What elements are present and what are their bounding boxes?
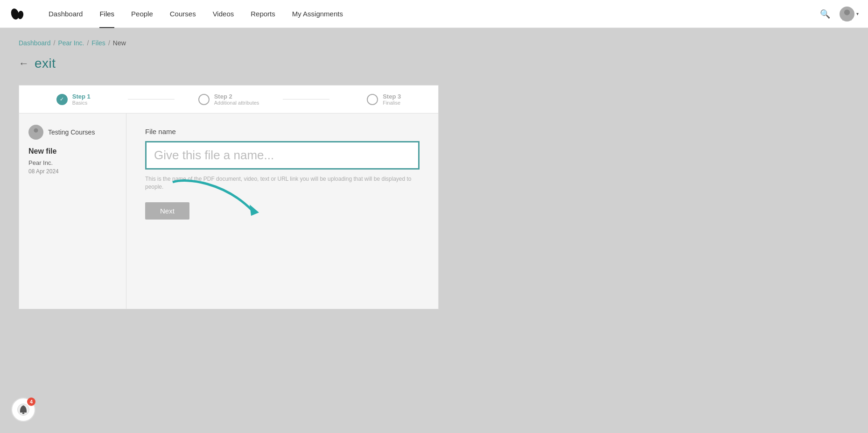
breadcrumb-sep-3: / [108,39,110,47]
nav-item-my-assignments[interactable]: My Assignments [284,0,351,28]
breadcrumb-current: New [113,39,126,47]
step-divider-1 [128,99,175,99]
nav-item-people[interactable]: People [123,0,161,28]
svg-rect-8 [22,412,25,414]
nav-item-courses[interactable]: Courses [161,0,204,28]
app-logo[interactable] [9,6,26,22]
step-2-name: Step 2 [214,93,259,100]
content-area: Testing Courses New file Pear Inc. 08 Ap… [19,113,439,309]
svg-point-2 [844,9,850,15]
svg-point-4 [34,128,38,133]
file-name-hint: This is the name of the PDF document, vi… [145,175,420,191]
file-org: Pear Inc. [28,159,117,166]
notification-count: 4 [27,398,35,406]
step-1-sub: Basics [72,100,91,106]
nav-item-dashboard[interactable]: Dashboard [40,0,91,28]
nav-item-reports[interactable]: Reports [242,0,284,28]
exit-title: exit [35,56,56,71]
owner-name: Testing Courses [48,128,95,136]
exit-header: ← exit [19,56,849,71]
notification-badge[interactable]: 4 [11,398,35,422]
file-title: New file [28,147,117,156]
nav-item-videos[interactable]: Videos [204,0,243,28]
breadcrumb-sep-2: / [87,39,89,47]
step-1[interactable]: ✓ Step 1 Basics [19,93,128,106]
left-panel: Testing Courses New file Pear Inc. 08 Ap… [19,114,126,309]
breadcrumb-sep-1: / [54,39,56,47]
svg-point-3 [842,15,852,21]
breadcrumb-pear[interactable]: Pear Inc. [58,39,84,47]
file-name-label: File name [145,128,420,135]
step-1-name: Step 1 [72,93,91,100]
owner-avatar [28,125,43,140]
file-date: 08 Apr 2024 [28,168,117,175]
step-3[interactable]: Step 3 Finalise [329,93,438,106]
step-3-circle [367,94,378,105]
step-3-sub: Finalise [383,100,401,106]
nav-item-files[interactable]: Files [91,0,123,28]
step-2-sub: Additional attributes [214,100,259,106]
file-owner: Testing Courses [28,125,117,140]
search-icon[interactable]: 🔍 [820,9,830,19]
wizard-steps: ✓ Step 1 Basics Step 2 Additional attrib… [19,85,439,113]
breadcrumb-dashboard[interactable]: Dashboard [19,39,51,47]
nav-links: Dashboard Files People Courses Videos Re… [40,0,820,28]
step-2-text: Step 2 Additional attributes [214,93,259,106]
avatar-dropdown-icon[interactable]: ▾ [856,11,859,16]
file-name-input-wrapper [145,141,420,170]
step-2-circle [198,94,210,105]
step-divider-2 [283,99,329,99]
breadcrumb-files[interactable]: Files [91,39,105,47]
svg-point-1 [17,10,24,20]
avatar[interactable] [840,7,854,21]
next-button[interactable]: Next [145,202,189,220]
svg-point-5 [33,134,40,138]
file-name-input[interactable] [154,148,411,163]
back-arrow-icon[interactable]: ← [19,57,29,70]
main-content: Dashboard / Pear Inc. / Files / New ← ex… [0,28,868,320]
step-3-text: Step 3 Finalise [383,93,401,106]
step-2[interactable]: Step 2 Additional attributes [175,93,283,106]
step-3-name: Step 3 [383,93,401,100]
right-panel: File name This is the name of the PDF do… [126,114,438,309]
navbar: Dashboard Files People Courses Videos Re… [0,0,868,28]
step-1-text: Step 1 Basics [72,93,91,106]
breadcrumb: Dashboard / Pear Inc. / Files / New [19,39,849,47]
step-1-circle: ✓ [56,94,68,105]
